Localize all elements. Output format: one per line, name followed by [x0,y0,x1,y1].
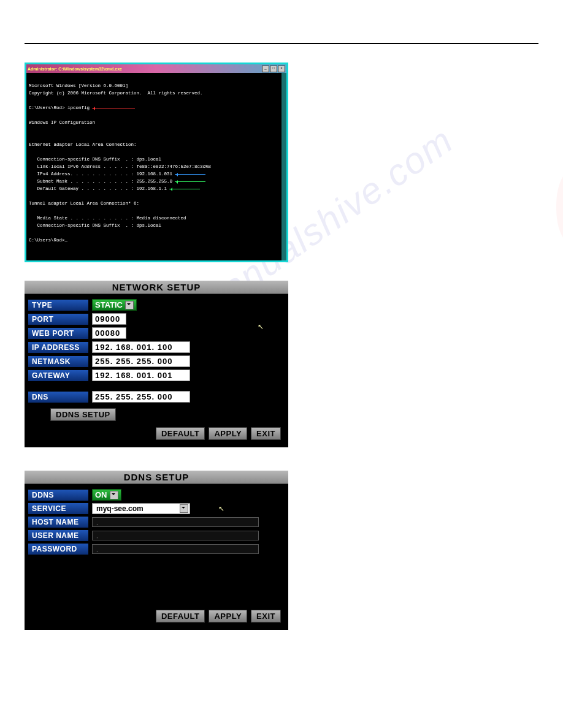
cmd-line: Link-local IPv6 Address . . . . . : fe80… [29,164,211,169]
cmd-line: Tunnel adapter Local Area Connection* 6: [29,201,139,206]
exit-button[interactable]: EXIT [251,610,281,623]
default-button[interactable]: DEFAULT [156,610,205,623]
ddns-value: ON [95,490,107,499]
type-label: TYPE [28,300,88,311]
watermark-logo: e [550,74,563,299]
scrollbar[interactable] [282,73,286,260]
minimize-button[interactable]: _ [262,66,269,72]
network-setup-panel: NETWORK SETUP TYPE STATIC ↖ PORT 09000 W… [25,281,288,447]
gateway-input[interactable]: 192. 168. 001. 001 [92,370,190,381]
cmd-titlebar: Administrator: C:\Windows\system32\cmd.e… [26,64,286,73]
cmd-line: Connection-specific DNS Suffix . : dps.l… [29,157,161,162]
top-divider [25,43,538,44]
cmd-line: C:\Users\Rod> ipconfig [29,105,90,110]
arrow-green-icon [169,189,200,189]
arrow-green-icon [175,181,205,182]
service-label: SERVICE [28,503,88,514]
chevron-down-icon [110,491,118,499]
webport-label: WEB PORT [28,328,88,339]
cmd-window: Administrator: C:\Windows\system32\cmd.e… [25,63,288,262]
apply-button[interactable]: APPLY [209,610,247,623]
cmd-line: Connection-specific DNS Suffix . : dps.l… [29,223,161,228]
default-button[interactable]: DEFAULT [156,427,205,440]
close-button[interactable]: × [278,66,285,72]
cmd-line: Ethernet adapter Local Area Connection: [29,142,137,147]
cmd-line: IPv4 Address. . . . . . . . . . . : 192.… [29,172,172,176]
chevron-down-icon [125,301,134,309]
cmd-body: Microsoft Windows [Version 6.0.6001] Cop… [26,73,286,260]
username-input[interactable]: · [92,531,259,540]
webport-input[interactable]: 00080 [92,327,126,339]
network-header: NETWORK SETUP [25,281,288,294]
port-label: PORT [28,314,88,325]
ddns-setup-panel: DDNS SETUP DDNS ON SERVICE myq-see.com ↖… [25,471,288,630]
apply-button[interactable]: APPLY [209,427,247,440]
port-input[interactable]: 09000 [92,313,126,325]
ddns-label: DDNS [28,490,88,501]
maximize-button[interactable]: □ [270,66,277,72]
cmd-line: C:\Users\Rod>_ [29,238,67,243]
ddns-header: DDNS SETUP [25,471,288,484]
cmd-line: Media State . . . . . . . . . . . : Medi… [29,216,186,221]
arrow-red-icon [92,108,135,108]
password-label: PASSWORD [28,544,88,555]
netmask-label: NETMASK [28,356,88,367]
cmd-line: Copyright (c) 2006 Microsoft Corporation… [29,91,203,96]
gateway-label: GATEWAY [28,370,88,381]
chevron-down-icon [180,504,188,513]
ip-input[interactable]: 192. 168. 001. 100 [92,341,190,353]
cmd-line: Windows IP Configuration [29,120,95,125]
cmd-line: Subnet Mask . . . . . . . . . . . : 255.… [29,179,172,184]
dns-input[interactable]: 255. 255. 255. 000 [92,391,190,403]
ddns-setup-button[interactable]: DDNS SETUP [50,408,116,421]
ddns-select[interactable]: ON [92,489,121,501]
hostname-label: HOST NAME [28,517,88,528]
cmd-title: Administrator: C:\Windows\system32\cmd.e… [28,67,122,71]
password-input[interactable]: · [92,544,259,554]
arrow-blue-icon [175,174,205,175]
exit-button[interactable]: EXIT [251,427,281,440]
cmd-line: Microsoft Windows [Version 6.0.6001] [29,83,128,88]
netmask-input[interactable]: 255. 255. 255. 000 [92,355,190,367]
username-label: USER NAME [28,530,88,541]
ip-label: IP ADDRESS [28,342,88,353]
cursor-icon: ↖ [218,504,224,513]
dns-label: DNS [28,392,88,403]
hostname-input[interactable]: · [92,517,259,527]
type-select[interactable]: STATIC [92,299,137,311]
service-value: myq-see.com [96,504,144,513]
cmd-line: Default Gateway . . . . . . . . . : 192.… [29,186,167,191]
cursor-icon: ↖ [258,322,264,331]
service-select[interactable]: myq-see.com [92,503,190,514]
type-value: STATIC [95,300,123,309]
